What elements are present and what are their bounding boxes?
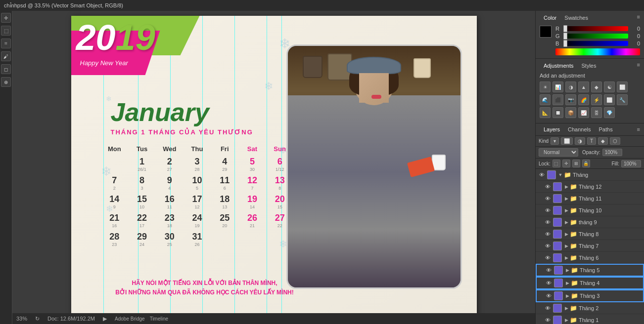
lock-all-icon[interactable]: 🔒 [582, 160, 590, 167]
move-tool[interactable]: ✛ [1, 13, 11, 23]
kind-dropdown[interactable]: ▾ [551, 137, 559, 145]
channel-g-bar[interactable] [563, 34, 628, 39]
brush-tool[interactable]: 🖌 [1, 51, 11, 61]
layer-expand-thang1[interactable]: ▶ [563, 317, 569, 323]
layer-group-thang3[interactable]: 👁 ▶ 📁 Tháng 3 [536, 289, 644, 302]
adj-icon-photo-filter[interactable]: 📷 [565, 94, 576, 105]
panel-menu-icon[interactable]: ≡ [637, 14, 640, 23]
pixel-icon[interactable]: ⬜ [561, 137, 573, 145]
lock-position-icon[interactable]: ✛ [562, 160, 570, 167]
layer-expand-thang[interactable]: ▼ [557, 172, 563, 178]
fill-input[interactable] [621, 160, 641, 167]
layer-eye-thang1[interactable]: 👁 [544, 316, 552, 324]
spectrum-bar[interactable] [555, 48, 640, 55]
layer-group-thang11[interactable]: 👁 ▶ 📁 Tháng 11 [536, 193, 644, 204]
adj-icon-lookup[interactable]: ⚡ [591, 94, 602, 105]
adj-icon-exposure[interactable]: ▲ [578, 81, 589, 92]
color-swatch[interactable] [540, 26, 552, 38]
adj-icon-invert[interactable]: ⬜ [604, 94, 615, 105]
opacity-input[interactable] [602, 149, 622, 156]
layer-eye-thang9[interactable]: 👁 [544, 218, 552, 226]
play-button[interactable]: ▶ [103, 316, 107, 322]
layer-expand-thang5[interactable]: ▶ [564, 267, 570, 273]
layer-eye-thang8[interactable]: 👁 [544, 230, 552, 238]
layer-group-thang5[interactable]: 👁 ▶ 📁 Tháng 5 [536, 264, 644, 277]
layer-expand-thang8[interactable]: ▶ [563, 231, 569, 237]
type-icon[interactable]: T [587, 137, 596, 145]
layer-group-thang2[interactable]: 👁 ▶ 📁 Tháng 2 [536, 302, 644, 314]
adj-icon-gradient[interactable]: 🔲 [552, 107, 563, 118]
adj-icon-saturation[interactable]: ☯ [604, 81, 615, 92]
channel-g-thumb[interactable] [563, 33, 567, 40]
tab-channels[interactable]: Channels [564, 125, 595, 133]
adj-icon-curves[interactable]: ◑ [565, 81, 576, 92]
adj-icon-posterize[interactable]: 🔧 [617, 94, 628, 105]
lock-artboards-icon[interactable]: ⊞ [572, 160, 580, 167]
adj-icon-vibrance[interactable]: ◆ [591, 81, 602, 92]
channel-r-bar[interactable] [563, 26, 628, 31]
adj-icon-lens-correction[interactable]: 💎 [604, 107, 615, 118]
select-tool[interactable]: ⬚ [1, 26, 11, 36]
tab-swatches[interactable]: Swatches [560, 14, 592, 23]
adj-icon-threshold[interactable]: 📐 [540, 107, 551, 118]
adj-icon-channel-mixer[interactable]: 🌈 [578, 94, 589, 105]
tab-paths[interactable]: Paths [595, 125, 617, 133]
tab-color[interactable]: Color [540, 14, 560, 23]
layer-group-thang8[interactable]: 👁 ▶ 📁 Tháng 8 [536, 228, 644, 240]
layer-eye-thang11[interactable]: 👁 [544, 195, 552, 202]
tab-layers[interactable]: Layers [540, 125, 564, 133]
layer-eye-thang3[interactable]: 👁 [545, 292, 552, 300]
layer-group-thang6[interactable]: 👁 ▶ 📁 Tháng 6 [536, 252, 644, 264]
layer-group-thang12[interactable]: 👁 ▶ 📁 Tháng 12 [536, 181, 644, 193]
channel-b-bar[interactable] [563, 41, 628, 46]
layer-expand-thang7[interactable]: ▶ [563, 243, 569, 249]
adj-icon-pattern[interactable]: 🎛 [591, 107, 602, 118]
lock-pixels-icon[interactable]: ⬚ [552, 160, 560, 167]
layer-group-thang7[interactable]: 👁 ▶ 📁 Tháng 7 [536, 240, 644, 252]
layer-expand-thang3[interactable]: ▶ [564, 293, 570, 299]
layer-expand-thang10[interactable]: ▶ [563, 207, 569, 213]
layer-group-thang9[interactable]: 👁 ▶ 📁 tháng 9 [536, 216, 644, 228]
channel-r-thumb[interactable] [563, 25, 567, 32]
smart-object-icon[interactable]: ⬡ [610, 137, 620, 145]
crop-tool[interactable]: ⌗ [1, 39, 11, 48]
adj-icon-selective-color[interactable]: 📦 [565, 107, 576, 118]
adjustment-icon[interactable]: ◑ [575, 137, 585, 145]
adj-icon-color-balance[interactable]: ⬜ [617, 81, 628, 92]
adj-icon-brightness[interactable]: ☀ [540, 81, 551, 92]
layer-eye-thang2[interactable]: 👁 [544, 304, 552, 312]
eraser-tool[interactable]: ◻ [1, 64, 11, 74]
blend-mode-dropdown[interactable]: Normal Multiply Screen Overlay [539, 148, 578, 157]
canvas-scroll[interactable]: ❄ ❄ ❄ ❄ ❄ ❄ ❄ ❄ ❄ ❄ [12, 11, 535, 313]
layers-list[interactable]: 👁 ▼ 📁 Tháng 👁 ▶ 📁 Tháng 12 👁 [536, 169, 644, 324]
layer-group-thang[interactable]: 👁 ▼ 📁 Tháng [536, 169, 644, 181]
adj-icon-solid-color[interactable]: 📈 [578, 107, 589, 118]
adj-icon-hue[interactable]: 🌊 [540, 94, 551, 105]
adj-panel-menu[interactable]: ≡ [637, 62, 640, 70]
layer-group-thang10[interactable]: 👁 ▶ 📁 Tháng 10 [536, 204, 644, 216]
layer-eye-thang10[interactable]: 👁 [544, 206, 552, 214]
tab-styles[interactable]: Styles [578, 62, 600, 70]
layer-eye-thang4[interactable]: 👁 [545, 279, 552, 287]
layer-eye-thang[interactable]: 👁 [538, 171, 546, 179]
layer-expand-thang11[interactable]: ▶ [563, 196, 569, 202]
layer-expand-thang2[interactable]: ▶ [563, 305, 569, 311]
rotate-icon[interactable]: ↻ [35, 316, 40, 322]
layer-eye-thang7[interactable]: 👁 [544, 242, 552, 250]
layer-group-thang1[interactable]: 👁 ▶ 📁 Tháng 1 [536, 314, 644, 324]
layer-eye-thang12[interactable]: 👁 [544, 183, 552, 191]
tab-adjustments[interactable]: Adjustments [540, 62, 578, 70]
adj-icon-black-white[interactable]: ⬛ [552, 94, 563, 105]
timeline-label[interactable]: Timeline [150, 316, 168, 322]
layer-eye-thang6[interactable]: 👁 [544, 254, 552, 262]
layer-group-thang4[interactable]: 👁 ▶ 📁 Tháng 4 [536, 277, 644, 289]
layer-expand-thang4[interactable]: ▶ [564, 280, 570, 286]
layer-expand-thang12[interactable]: ▶ [563, 184, 569, 190]
layers-menu-icon[interactable]: ≡ [637, 126, 640, 132]
layer-expand-thang9[interactable]: ▶ [563, 219, 569, 225]
channel-b-thumb[interactable] [563, 40, 567, 47]
adj-icon-levels[interactable]: 📊 [552, 81, 563, 92]
zoom-tool[interactable]: ⊕ [1, 77, 11, 87]
shape-icon[interactable]: ◆ [598, 137, 608, 145]
layer-expand-thang6[interactable]: ▶ [563, 255, 569, 261]
